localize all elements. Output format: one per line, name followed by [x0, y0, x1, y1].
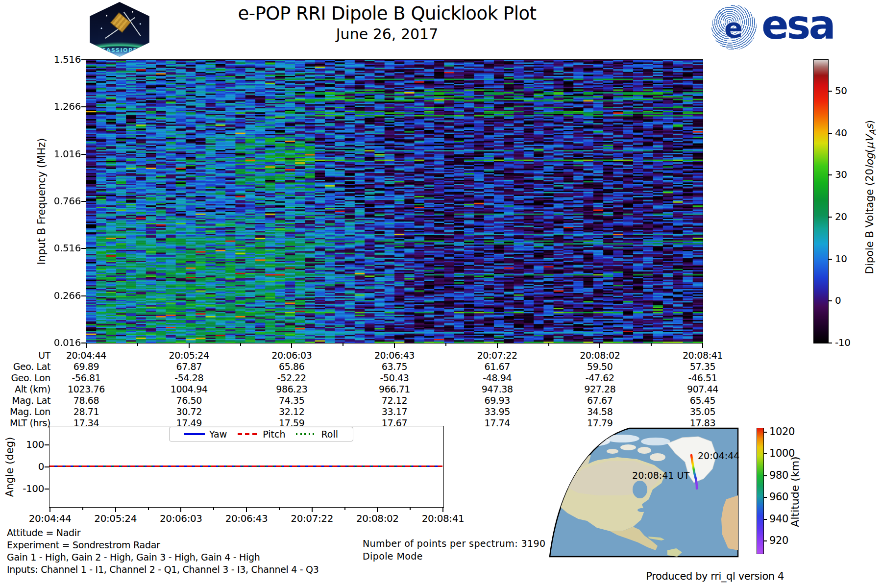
- spectrogram-y-tick: [81, 106, 86, 107]
- points-per-spectrum-note: Number of points per spectrum: 3190: [363, 538, 545, 549]
- altitude-tick: [764, 497, 767, 498]
- ephemeris-value: 907.44: [661, 384, 744, 394]
- angle-x-tick-label: 20:04:44: [16, 513, 84, 524]
- ephemeris-value: 67.67: [558, 395, 641, 406]
- ephemeris-value: 947.38: [456, 384, 539, 394]
- ephemeris-value: 28.71: [45, 406, 128, 417]
- angle-x-minor-tick: [279, 508, 280, 510]
- ephemeris-value: 30.72: [147, 406, 231, 417]
- ephemeris-row-label: UT: [0, 350, 50, 361]
- angle-x-tick: [49, 508, 50, 512]
- angle-x-tick-label: 20:07:22: [278, 513, 346, 524]
- gains-note: Gain 1 - High, Gain 2 - High, Gain 3 - H…: [7, 552, 260, 563]
- altitude-colorbar-label: Altitude (km): [789, 394, 801, 588]
- angle-x-tick: [442, 508, 443, 512]
- map-end-time-label: 20:08:41 UT: [632, 470, 689, 481]
- colorbar-tick: [829, 91, 832, 92]
- spectrogram-heatmap: [86, 60, 703, 343]
- ephemeris-value: 986.23: [250, 384, 333, 394]
- angle-x-tick: [180, 508, 181, 512]
- spectrogram-x-minor-tick: [343, 343, 343, 346]
- colorbar-tick-label: 20: [835, 211, 864, 222]
- ephemeris-value: 1023.76: [45, 384, 128, 394]
- angle-y-tick: [45, 444, 49, 445]
- spectrogram-x-tick: [599, 343, 600, 348]
- spectrogram-y-tick: [81, 295, 86, 296]
- ephemeris-value: 65.45: [661, 395, 744, 406]
- angle-x-tick: [377, 508, 378, 512]
- ephemeris-value: 78.68: [45, 395, 128, 406]
- ephemeris-value: 20:06:43: [353, 350, 436, 361]
- ephemeris-value: 67.87: [147, 361, 231, 372]
- colorbar-tick-label: 10: [835, 253, 864, 265]
- angle-x-minor-tick: [148, 508, 149, 510]
- legend-label: Roll: [321, 429, 338, 440]
- esa-logo: e esa: [711, 4, 849, 51]
- colorbar-tick: [829, 343, 832, 343]
- legend-line-sample: [296, 433, 317, 435]
- page-subtitle: June 26, 2017: [98, 25, 676, 43]
- ephemeris-value: 927.28: [558, 384, 641, 394]
- colorbar-tick: [829, 174, 832, 175]
- ephemeris-value: -56.81: [45, 372, 128, 383]
- ephemeris-value: 966.71: [353, 384, 436, 394]
- mode-note: Dipole Mode: [363, 551, 423, 562]
- ephemeris-value: 20:08:02: [558, 350, 641, 361]
- angle-x-tick-label: 20:06:03: [147, 513, 215, 524]
- ephemeris-value: 74.35: [250, 395, 333, 406]
- spectrogram-y-tick-label: 1.016: [47, 148, 81, 160]
- legend-item-yaw: Yaw: [184, 429, 227, 440]
- spectrogram-y-tick: [81, 201, 86, 202]
- spectrogram-y-tick: [81, 59, 86, 60]
- ephemeris-value: -50.43: [353, 372, 436, 383]
- quicklook-figure: CASSIOPE e-POP RRI Dipole B Quicklook Pl…: [0, 0, 882, 588]
- ephemeris-value: -52.22: [250, 372, 333, 383]
- spectrogram-x-tick: [189, 343, 190, 348]
- spectrogram-x-minor-tick: [137, 343, 138, 346]
- esa-e-glyph: e: [724, 12, 743, 44]
- angle-x-tick: [246, 508, 247, 512]
- spectrogram-y-tick-label: 0.766: [47, 195, 81, 207]
- ephemeris-value: 35.05: [661, 406, 744, 417]
- legend-label: Pitch: [263, 429, 285, 440]
- spectrogram-y-tick-label: 1.516: [47, 53, 81, 65]
- ephemeris-value: 32.12: [250, 406, 333, 417]
- ephemeris-value: 33.17: [353, 406, 436, 417]
- spectrogram-y-tick-label: 0.266: [47, 290, 81, 301]
- angle-y-tick: [45, 466, 49, 467]
- altitude-tick: [764, 475, 767, 476]
- spectrogram-y-tick-label: 0.516: [47, 242, 81, 254]
- altitude-tick: [764, 453, 767, 454]
- ephemeris-value: 59.50: [558, 361, 641, 372]
- legend-item-roll: Roll: [296, 429, 338, 440]
- spectrogram-y-tick: [81, 248, 86, 249]
- ephemeris-value: -54.28: [147, 372, 231, 383]
- ephemeris-value: 72.12: [353, 395, 436, 406]
- colorbar-tick-label: 0: [835, 294, 864, 306]
- spectrogram-y-tick-label: 0.016: [47, 337, 81, 348]
- angle-y-tick: [45, 489, 49, 490]
- map-start-time-label: 20:04:44 UT: [698, 450, 740, 461]
- esa-wordmark: esa: [761, 7, 834, 43]
- angle-x-tick: [115, 508, 116, 512]
- angle-y-tick-label: -100: [10, 483, 44, 494]
- angle-legend: YawPitchRoll: [169, 427, 353, 441]
- angle-x-minor-tick: [82, 508, 83, 510]
- voltage-colorbar: [813, 59, 829, 343]
- voltage-colorbar-label: Dipole B Voltage (20log(μVAs): [864, 99, 878, 295]
- produced-by-note: Produced by rri_ql version 4: [588, 570, 784, 582]
- colorbar-tick-label: 30: [835, 169, 864, 180]
- spectrogram-x-tick: [86, 343, 87, 348]
- angle-x-tick: [312, 508, 313, 512]
- colorbar-tick: [829, 300, 832, 301]
- ephemeris-value: 20:06:03: [250, 350, 333, 361]
- colorbar-tick: [829, 133, 832, 134]
- angle-x-tick-label: 20:08:02: [343, 513, 412, 524]
- spectrogram-y-tick-label: 1.266: [47, 100, 81, 112]
- ephemeris-value: 63.75: [353, 361, 436, 372]
- page-title: e-POP RRI Dipole B Quicklook Plot: [98, 3, 676, 24]
- ephemeris-value: 69.89: [45, 361, 128, 372]
- legend-line-sample: [184, 433, 205, 435]
- ephemeris-value: 1004.94: [147, 384, 231, 394]
- spectrogram-x-tick: [702, 343, 703, 348]
